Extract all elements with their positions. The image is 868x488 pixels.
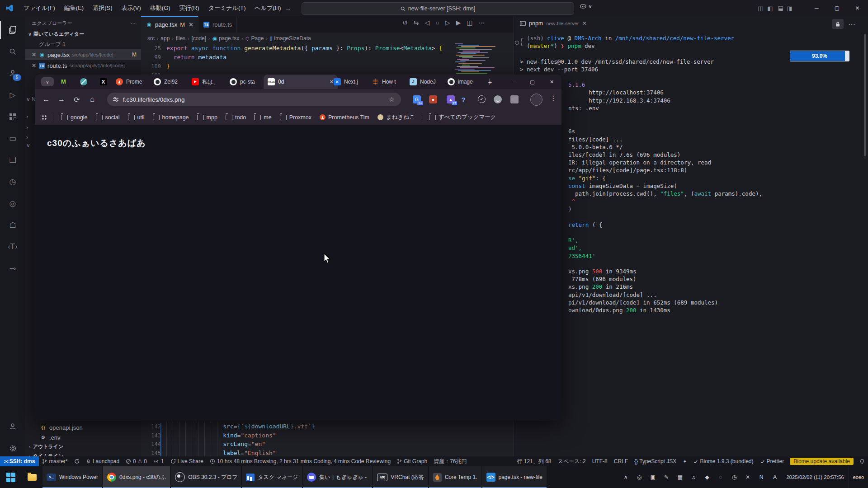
new-tab-button[interactable]: + xyxy=(485,77,495,87)
forward-icon[interactable]: → xyxy=(284,5,291,12)
close-icon[interactable]: ✕ xyxy=(542,75,561,89)
explorer-icon[interactable] xyxy=(0,21,25,39)
breadcrumb-item[interactable]: src xyxy=(147,35,155,42)
chrome-menu-icon[interactable]: ⋮ xyxy=(550,94,557,102)
minimize-icon[interactable]: ─ xyxy=(807,0,827,16)
pinned-tab[interactable]: M xyxy=(60,78,67,85)
history-icon[interactable]: ↺ xyxy=(402,19,408,26)
search-icon[interactable] xyxy=(0,42,25,61)
split-editor-icon[interactable]: ◫ xyxy=(467,19,472,26)
apps-grid-icon[interactable] xyxy=(41,114,47,121)
status-0[interactable]: 0 ⚠ 0 xyxy=(123,456,150,466)
tree-item[interactable]: {}openapi.json xyxy=(25,422,156,432)
copilot-button[interactable]: ∨ xyxy=(580,3,592,9)
customize-layout-icon[interactable]: ◫ xyxy=(758,5,763,12)
tray-icon[interactable]: ▣ xyxy=(646,466,660,488)
status-utf-8[interactable]: UTF-8 xyxy=(589,456,611,466)
pinned-tab[interactable]: X xyxy=(99,78,107,85)
code-line[interactable]: return metadata xyxy=(166,53,226,62)
lock-button[interactable] xyxy=(832,19,844,29)
status-prettier[interactable]: Prettier xyxy=(757,456,788,466)
tray-icon[interactable]: N xyxy=(755,466,768,488)
home-button[interactable]: ⌂ xyxy=(85,92,100,107)
more-icon[interactable]: ⋯ xyxy=(479,19,485,26)
taskbar-clock[interactable]: 2025/02/02 (日) 20:57:56 xyxy=(782,474,849,481)
terminal-tab[interactable]: pnpm new-file-server ✕ xyxy=(520,20,587,27)
status-sync[interactable] xyxy=(71,456,83,466)
tab-search-button[interactable]: ∨ xyxy=(41,77,54,86)
toggle-primary-sidebar-icon[interactable]: ◧ xyxy=(767,5,773,12)
site-settings-icon[interactable] xyxy=(113,96,119,103)
profile-avatar[interactable] xyxy=(530,94,542,106)
terminal-scrollbar[interactable] xyxy=(864,34,866,156)
bookmark-todo[interactable]: todo xyxy=(222,114,250,121)
more-actions-icon[interactable]: ⋯ xyxy=(131,20,136,26)
breadcrumb-item[interactable]: app xyxy=(160,35,170,42)
bookmark-proxmox[interactable]: Proxmox xyxy=(276,114,316,121)
status-crlf[interactable]: CRLF xyxy=(611,456,631,466)
command-decoration-icon[interactable] xyxy=(515,41,519,45)
taskbar-folder-button[interactable] xyxy=(22,466,42,488)
tree-item[interactable]: ⚙.env xyxy=(25,432,156,442)
extension-icon[interactable]: ? xyxy=(459,95,467,103)
status-10[interactable]: 10 hrs 48 mins Browsing, 2 hrs 31 mins C… xyxy=(207,456,394,466)
forward-button[interactable]: → xyxy=(54,92,69,107)
status-bell[interactable] xyxy=(856,456,868,466)
menu-g[interactable]: 移動(G) xyxy=(146,2,175,14)
taskbar-task-button[interactable]: タスク マネージ xyxy=(242,466,302,488)
more-actions-icon[interactable]: ⋯ xyxy=(848,20,855,28)
tree-chevron-icon[interactable]: › xyxy=(26,124,28,131)
status-1[interactable]: 1 xyxy=(150,456,167,466)
menu-v[interactable]: 表示(V) xyxy=(117,2,146,14)
code-line[interactable]: src={`${downloadURL}.vtt`} xyxy=(166,422,315,431)
accounts-icon[interactable]: 5 xyxy=(0,64,25,82)
close-icon[interactable]: ✕ xyxy=(189,21,193,28)
command-center-search[interactable]: new-file-server [SSH: dms] xyxy=(302,2,574,15)
status-launchpad[interactable]: Launchpad xyxy=(83,456,123,466)
taskbar-start-button[interactable] xyxy=(0,466,22,488)
open-editor-item[interactable]: ✕◉page.tsxsrc/app/files/[code]M xyxy=(25,49,141,60)
status-{}[interactable]: {} TypeScript JSX xyxy=(631,456,679,466)
close-icon[interactable]: ✕ xyxy=(32,52,36,58)
tab-route-ts[interactable]: TSroute.ts xyxy=(198,16,237,33)
tree-chevron-icon[interactable]: ∨ N xyxy=(26,96,36,103)
status-spark[interactable]: ✦ xyxy=(679,456,690,466)
browser-tab[interactable]: image xyxy=(443,75,490,89)
tree-chevron-icon[interactable]: › xyxy=(26,134,28,141)
taskbar-ps-button[interactable]: >_Windows Power xyxy=(42,466,102,488)
bookmark-me[interactable]: me xyxy=(250,114,275,121)
nav-fwd-icon[interactable]: ▷ xyxy=(445,19,450,26)
remote-icon[interactable]: ▭ xyxy=(0,129,25,147)
key-icon[interactable]: ⊸ xyxy=(0,259,25,277)
menu-r[interactable]: 実行(R) xyxy=(175,2,204,14)
bookmark-star-icon[interactable]: ☆ xyxy=(389,96,395,103)
status-ssh[interactable]: ><SSH: dms xyxy=(0,456,39,466)
ttag-icon[interactable]: ‹T› xyxy=(0,238,25,256)
tray-icon[interactable]: A xyxy=(768,466,782,488)
breadcrumb-item[interactable]: [code] xyxy=(191,35,206,42)
account-icon[interactable] xyxy=(0,418,25,436)
menu-f[interactable]: ファイル(F) xyxy=(19,2,60,14)
tray-icon[interactable]: ✎ xyxy=(660,466,673,488)
status-biome[interactable]: Biome update available xyxy=(790,458,854,465)
tree-chevron-icon[interactable]: ∨ xyxy=(26,142,30,149)
gear-icon[interactable] xyxy=(0,439,25,457)
code-line[interactable]: } xyxy=(166,62,170,71)
close-icon[interactable]: ✕ xyxy=(582,20,586,27)
taskbar-vscode-button[interactable]: </>page.tsx - new-file xyxy=(482,466,547,488)
extensions-icon[interactable] xyxy=(0,108,25,126)
taskbar-corner[interactable]: eoeo xyxy=(849,466,868,488)
breadcrumb[interactable]: src›app›files›[code]›◉page.tsx›⬡Page›[]i… xyxy=(147,33,311,43)
tray-icon[interactable]: ∧ xyxy=(619,466,632,488)
tray-icon[interactable]: ◆ xyxy=(700,466,714,488)
menu-t[interactable]: ターミナル(T) xyxy=(204,2,250,14)
tab-page-tsx[interactable]: ◉page.tsxM✕ xyxy=(141,16,198,33)
status-行[interactable]: 行 121、列 68 xyxy=(514,456,555,466)
minimap[interactable] xyxy=(454,43,498,75)
breadcrumb-item[interactable]: []imageSizeData xyxy=(270,35,311,42)
taskbar-coretemp-button[interactable]: Core Temp 1. xyxy=(429,466,481,488)
bookmark-util[interactable]: util xyxy=(124,114,149,121)
pinned-tab[interactable] xyxy=(80,78,87,85)
back-icon[interactable]: ← xyxy=(271,5,278,12)
restore-icon[interactable]: ▢ xyxy=(827,0,847,16)
